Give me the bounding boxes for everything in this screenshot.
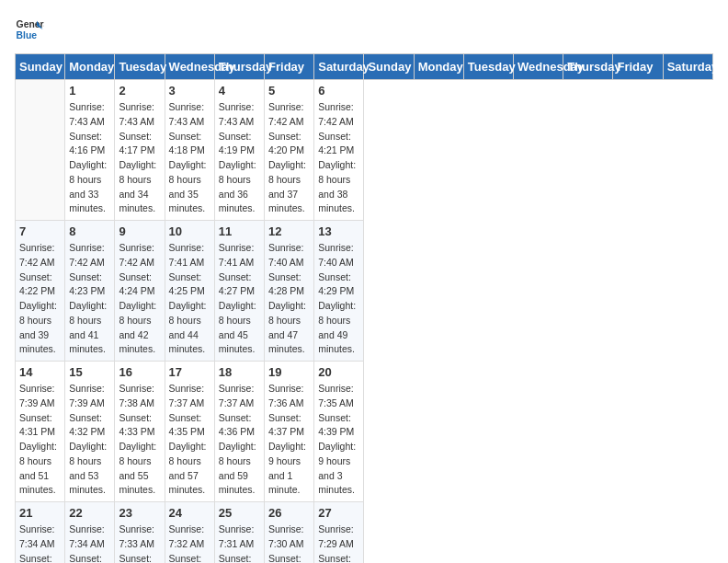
day-number: 15 bbox=[69, 365, 110, 379]
day-number: 23 bbox=[119, 506, 160, 520]
svg-text:Blue: Blue bbox=[17, 30, 38, 40]
calendar-cell: 19Sunrise: 7:36 AMSunset: 4:37 PMDayligh… bbox=[265, 362, 314, 502]
calendar-table: SundayMondayTuesdayWednesdayThursdayFrid… bbox=[15, 53, 713, 563]
calendar-cell: 18Sunrise: 7:37 AMSunset: 4:36 PMDayligh… bbox=[214, 362, 264, 502]
day-number: 9 bbox=[119, 224, 160, 238]
day-number: 16 bbox=[119, 365, 160, 379]
col-header-thursday: Thursday bbox=[563, 54, 613, 80]
calendar-cell: 27Sunrise: 7:29 AMSunset: 4:49 PMDayligh… bbox=[314, 502, 364, 564]
day-info: Sunrise: 7:42 AMSunset: 4:21 PMDaylight:… bbox=[318, 100, 359, 216]
col-header-sunday: Sunday bbox=[364, 54, 414, 80]
day-info: Sunrise: 7:42 AMSunset: 4:24 PMDaylight:… bbox=[119, 241, 160, 357]
calendar-cell: 11Sunrise: 7:41 AMSunset: 4:27 PMDayligh… bbox=[214, 221, 264, 362]
col-header-sunday: Sunday bbox=[16, 54, 65, 80]
day-number: 6 bbox=[318, 84, 359, 98]
calendar-cell: 25Sunrise: 7:31 AMSunset: 4:46 PMDayligh… bbox=[214, 502, 264, 564]
col-header-tuesday: Tuesday bbox=[463, 54, 513, 80]
calendar-cell: 9Sunrise: 7:42 AMSunset: 4:24 PMDaylight… bbox=[115, 221, 165, 362]
calendar-cell: 2Sunrise: 7:43 AMSunset: 4:17 PMDaylight… bbox=[115, 80, 165, 221]
day-info: Sunrise: 7:31 AMSunset: 4:46 PMDaylight:… bbox=[219, 523, 260, 563]
calendar-cell: 10Sunrise: 7:41 AMSunset: 4:25 PMDayligh… bbox=[165, 221, 214, 362]
calendar-cell: 16Sunrise: 7:38 AMSunset: 4:33 PMDayligh… bbox=[115, 362, 165, 502]
calendar-cell: 20Sunrise: 7:35 AMSunset: 4:39 PMDayligh… bbox=[314, 362, 364, 502]
day-info: Sunrise: 7:40 AMSunset: 4:28 PMDaylight:… bbox=[268, 241, 310, 357]
day-number: 18 bbox=[219, 365, 260, 379]
day-number: 19 bbox=[268, 365, 310, 379]
col-header-tuesday: Tuesday bbox=[115, 54, 165, 80]
logo: General Blue bbox=[15, 15, 44, 44]
calendar-cell: 26Sunrise: 7:30 AMSunset: 4:47 PMDayligh… bbox=[265, 502, 314, 564]
calendar-cell: 1Sunrise: 7:43 AMSunset: 4:16 PMDaylight… bbox=[65, 80, 115, 221]
day-info: Sunrise: 7:39 AMSunset: 4:32 PMDaylight:… bbox=[69, 382, 110, 498]
day-info: Sunrise: 7:41 AMSunset: 4:27 PMDaylight:… bbox=[219, 241, 260, 357]
day-info: Sunrise: 7:34 AMSunset: 4:40 PMDaylight:… bbox=[19, 523, 61, 563]
calendar-cell: 14Sunrise: 7:39 AMSunset: 4:31 PMDayligh… bbox=[16, 362, 65, 502]
calendar-cell: 23Sunrise: 7:33 AMSunset: 4:43 PMDayligh… bbox=[115, 502, 165, 564]
calendar-cell: 12Sunrise: 7:40 AMSunset: 4:28 PMDayligh… bbox=[265, 221, 314, 362]
day-number: 22 bbox=[69, 506, 110, 520]
day-number: 7 bbox=[19, 224, 61, 238]
day-info: Sunrise: 7:33 AMSunset: 4:43 PMDaylight:… bbox=[119, 523, 160, 563]
day-number: 25 bbox=[219, 506, 260, 520]
day-info: Sunrise: 7:40 AMSunset: 4:29 PMDaylight:… bbox=[318, 241, 359, 357]
col-header-saturday: Saturday bbox=[314, 54, 364, 80]
day-info: Sunrise: 7:30 AMSunset: 4:47 PMDaylight:… bbox=[268, 523, 310, 563]
day-number: 14 bbox=[19, 365, 61, 379]
day-number: 10 bbox=[169, 224, 210, 238]
calendar-cell: 15Sunrise: 7:39 AMSunset: 4:32 PMDayligh… bbox=[65, 362, 115, 502]
calendar-cell: 21Sunrise: 7:34 AMSunset: 4:40 PMDayligh… bbox=[16, 502, 65, 564]
day-number: 3 bbox=[169, 84, 210, 98]
logo-icon: General Blue bbox=[15, 15, 44, 44]
day-info: Sunrise: 7:43 AMSunset: 4:17 PMDaylight:… bbox=[119, 100, 160, 216]
day-info: Sunrise: 7:34 AMSunset: 4:42 PMDaylight:… bbox=[69, 523, 110, 563]
day-number: 20 bbox=[318, 365, 359, 379]
col-header-wednesday: Wednesday bbox=[165, 54, 214, 80]
week-row-3: 14Sunrise: 7:39 AMSunset: 4:31 PMDayligh… bbox=[16, 362, 713, 502]
day-info: Sunrise: 7:32 AMSunset: 4:44 PMDaylight:… bbox=[169, 523, 210, 563]
day-info: Sunrise: 7:39 AMSunset: 4:31 PMDaylight:… bbox=[19, 382, 61, 498]
day-number: 4 bbox=[219, 84, 260, 98]
day-number: 26 bbox=[268, 506, 310, 520]
calendar-cell: 7Sunrise: 7:42 AMSunset: 4:22 PMDaylight… bbox=[16, 221, 65, 362]
col-header-thursday: Thursday bbox=[214, 54, 264, 80]
col-header-monday: Monday bbox=[65, 54, 115, 80]
day-info: Sunrise: 7:35 AMSunset: 4:39 PMDaylight:… bbox=[318, 382, 359, 498]
day-number: 24 bbox=[169, 506, 210, 520]
header-row: SundayMondayTuesdayWednesdayThursdayFrid… bbox=[16, 54, 713, 80]
day-info: Sunrise: 7:36 AMSunset: 4:37 PMDaylight:… bbox=[268, 382, 310, 498]
calendar-cell: 17Sunrise: 7:37 AMSunset: 4:35 PMDayligh… bbox=[165, 362, 214, 502]
day-number: 5 bbox=[268, 84, 310, 98]
day-number: 17 bbox=[169, 365, 210, 379]
day-number: 2 bbox=[119, 84, 160, 98]
day-number: 11 bbox=[219, 224, 260, 238]
day-number: 8 bbox=[69, 224, 110, 238]
day-number: 12 bbox=[268, 224, 310, 238]
col-header-wednesday: Wednesday bbox=[514, 54, 563, 80]
week-row-2: 7Sunrise: 7:42 AMSunset: 4:22 PMDaylight… bbox=[16, 221, 713, 362]
day-info: Sunrise: 7:41 AMSunset: 4:25 PMDaylight:… bbox=[169, 241, 210, 357]
page-header: General Blue bbox=[15, 15, 713, 44]
day-info: Sunrise: 7:38 AMSunset: 4:33 PMDaylight:… bbox=[119, 382, 160, 498]
day-info: Sunrise: 7:29 AMSunset: 4:49 PMDaylight:… bbox=[318, 523, 359, 563]
calendar-cell bbox=[16, 80, 65, 221]
col-header-friday: Friday bbox=[613, 54, 663, 80]
calendar-cell: 4Sunrise: 7:43 AMSunset: 4:19 PMDaylight… bbox=[214, 80, 264, 221]
calendar-cell: 24Sunrise: 7:32 AMSunset: 4:44 PMDayligh… bbox=[165, 502, 214, 564]
calendar-cell: 13Sunrise: 7:40 AMSunset: 4:29 PMDayligh… bbox=[314, 221, 364, 362]
col-header-saturday: Saturday bbox=[663, 54, 712, 80]
day-info: Sunrise: 7:37 AMSunset: 4:36 PMDaylight:… bbox=[219, 382, 260, 498]
calendar-cell: 5Sunrise: 7:42 AMSunset: 4:20 PMDaylight… bbox=[265, 80, 314, 221]
day-number: 1 bbox=[69, 84, 110, 98]
col-header-friday: Friday bbox=[265, 54, 314, 80]
day-info: Sunrise: 7:42 AMSunset: 4:20 PMDaylight:… bbox=[268, 100, 310, 216]
svg-text:General: General bbox=[17, 19, 44, 29]
day-info: Sunrise: 7:43 AMSunset: 4:19 PMDaylight:… bbox=[219, 100, 260, 216]
day-number: 21 bbox=[19, 506, 61, 520]
day-info: Sunrise: 7:37 AMSunset: 4:35 PMDaylight:… bbox=[169, 382, 210, 498]
col-header-monday: Monday bbox=[414, 54, 463, 80]
day-number: 13 bbox=[318, 224, 359, 238]
week-row-4: 21Sunrise: 7:34 AMSunset: 4:40 PMDayligh… bbox=[16, 502, 713, 564]
calendar-cell: 3Sunrise: 7:43 AMSunset: 4:18 PMDaylight… bbox=[165, 80, 214, 221]
calendar-cell: 6Sunrise: 7:42 AMSunset: 4:21 PMDaylight… bbox=[314, 80, 364, 221]
day-info: Sunrise: 7:42 AMSunset: 4:23 PMDaylight:… bbox=[69, 241, 110, 357]
